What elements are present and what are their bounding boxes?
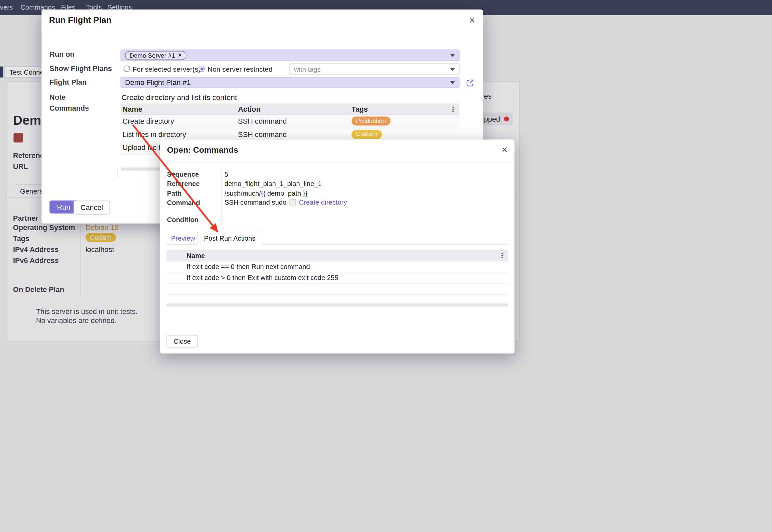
table-row[interactable]: If exit code > 0 then Exit with custom e… (167, 273, 508, 284)
dropdown-caret-icon (450, 81, 455, 84)
flight-plan-note-text: Create directory and list its content (122, 93, 237, 102)
modal-title: Open: Commands (167, 145, 238, 155)
path-label: Path (167, 190, 182, 197)
run-on-field[interactable]: Demo Server #1 ✕ (121, 50, 460, 61)
run-on-label: Run on (50, 50, 75, 58)
tag-custom-badge: Custom (352, 130, 382, 139)
tab-post-run-actions[interactable]: Post Run Actions (197, 232, 262, 246)
close-icon[interactable]: × (469, 15, 475, 25)
command-label: Command (167, 199, 200, 207)
application-window: vers Commands Files Tools Settings Test … (0, 0, 772, 532)
dropdown-caret-icon (450, 54, 455, 57)
cell-action-name: If exit code == 0 then Run next command (187, 263, 310, 271)
modal-title: Run Flight Plan (49, 16, 111, 26)
commands-label: Commands (50, 104, 89, 112)
server-tag-label: Demo Server #1 (130, 52, 175, 59)
radio-selected-servers[interactable] (124, 66, 130, 72)
cancel-button[interactable]: Cancel (74, 201, 110, 215)
table-row-empty (167, 284, 508, 295)
table-row[interactable]: If exit code == 0 then Run next command (167, 262, 508, 273)
remove-tag-icon[interactable]: ✕ (178, 52, 182, 59)
create-directory-link[interactable]: Create directory (299, 199, 347, 206)
flight-plan-label: Flight Plan (50, 78, 87, 86)
with-tags-placeholder: with tags (294, 66, 321, 73)
condition-label: Condition (167, 216, 198, 224)
column-name[interactable]: Name (123, 105, 142, 113)
column-name[interactable]: Name (187, 252, 205, 260)
reference-value: demo_flight_plan_1_plan_line_1 (225, 180, 322, 188)
command-value: SSH command sudo (225, 199, 287, 206)
reference-label: Reference (167, 180, 200, 188)
open-commands-modal: Open: Commands × Sequence Reference Path… (160, 140, 515, 354)
label-value-divider (221, 170, 222, 226)
close-button[interactable]: Close (167, 335, 198, 348)
cell-action: SSH command (238, 130, 287, 138)
radio-non-server-restricted[interactable] (199, 66, 205, 72)
column-tags[interactable]: Tags (352, 105, 368, 113)
close-icon[interactable]: × (502, 145, 508, 155)
command-value-row: SSH command sudo Create directory (225, 199, 347, 206)
header-divider (160, 162, 515, 163)
horizontal-scrollbar[interactable] (167, 304, 508, 307)
dropdown-caret-icon (450, 68, 455, 71)
post-run-table-header: Name ⋮ (167, 250, 508, 262)
cell-action: SSH command (238, 117, 287, 125)
table-options-icon[interactable]: ⋮ (499, 252, 506, 259)
sequence-label: Sequence (167, 171, 199, 178)
commands-table-header: Name Action Tags ⋮ (121, 104, 460, 115)
path-value: /such/much/{{ demo_path }} (225, 190, 308, 197)
sudo-checkbox[interactable] (289, 199, 296, 206)
cell-name: List files in directory (123, 130, 186, 138)
radio-selected-servers-label[interactable]: For selected server(s) (133, 65, 201, 73)
external-link-icon[interactable] (466, 79, 474, 87)
radio-non-server-restricted-label[interactable]: Non server restricted (208, 65, 273, 73)
show-flight-plans-label: Show Flight Plans (50, 65, 112, 73)
table-options-icon[interactable]: ⋮ (450, 106, 457, 113)
with-tags-select[interactable]: with tags (290, 64, 460, 75)
sequence-value: 5 (225, 171, 228, 178)
tab-preview[interactable]: Preview (171, 235, 195, 242)
table-row[interactable]: Create directory SSH command Production (121, 115, 460, 128)
tag-production-badge: Production (352, 117, 391, 126)
flight-plan-value: Demo Flight Plan #1 (125, 79, 191, 87)
note-label: Note (50, 93, 66, 101)
cell-action-name: If exit code > 0 then Exit with custom e… (187, 274, 338, 282)
server-tag-chip[interactable]: Demo Server #1 ✕ (125, 51, 187, 60)
cell-name: Create directory (123, 117, 174, 125)
column-action[interactable]: Action (238, 105, 261, 113)
post-run-actions-table: Name ⋮ If exit code == 0 then Run next c… (167, 250, 508, 295)
flight-plan-select[interactable]: Demo Flight Plan #1 (121, 77, 460, 88)
field-divider (117, 169, 118, 178)
